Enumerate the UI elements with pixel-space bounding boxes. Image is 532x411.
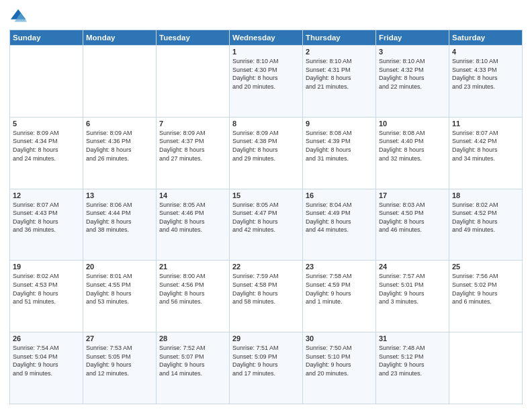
day-number: 23 <box>306 263 373 271</box>
day-number: 13 <box>86 191 153 199</box>
day-number: 5 <box>13 120 80 128</box>
calendar-cell <box>10 46 83 118</box>
day-info: Sunrise: 8:10 AM Sunset: 4:32 PM Dayligh… <box>379 57 446 91</box>
calendar-cell: 3Sunrise: 8:10 AM Sunset: 4:32 PM Daylig… <box>376 46 449 118</box>
day-info: Sunrise: 7:54 AM Sunset: 5:04 PM Dayligh… <box>13 344 80 377</box>
calendar-cell: 4Sunrise: 8:10 AM Sunset: 4:33 PM Daylig… <box>449 46 523 118</box>
day-of-week-wednesday: Wednesday <box>230 30 303 46</box>
calendar-cell: 30Sunrise: 7:50 AM Sunset: 5:10 PM Dayli… <box>303 332 376 404</box>
day-number: 25 <box>452 263 519 271</box>
day-of-week-monday: Monday <box>83 30 157 46</box>
day-number: 21 <box>159 263 226 271</box>
week-row-0: 1Sunrise: 8:10 AM Sunset: 4:30 PM Daylig… <box>10 46 523 118</box>
day-info: Sunrise: 8:09 AM Sunset: 4:37 PM Dayligh… <box>159 129 226 163</box>
day-info: Sunrise: 8:03 AM Sunset: 4:50 PM Dayligh… <box>379 201 446 234</box>
day-number: 8 <box>232 120 300 128</box>
calendar-cell: 22Sunrise: 7:59 AM Sunset: 4:58 PM Dayli… <box>230 261 303 332</box>
day-number: 12 <box>13 191 80 199</box>
calendar-cell: 29Sunrise: 7:51 AM Sunset: 5:09 PM Dayli… <box>230 332 303 404</box>
day-number: 31 <box>379 334 446 342</box>
header <box>9 7 523 26</box>
calendar-cell: 7Sunrise: 8:09 AM Sunset: 4:37 PM Daylig… <box>157 117 230 189</box>
calendar-cell: 31Sunrise: 7:48 AM Sunset: 5:12 PM Dayli… <box>376 332 449 404</box>
calendar-cell <box>157 46 230 118</box>
calendar-cell: 16Sunrise: 8:04 AM Sunset: 4:49 PM Dayli… <box>303 189 376 261</box>
calendar-cell: 11Sunrise: 8:07 AM Sunset: 4:42 PM Dayli… <box>449 117 523 189</box>
day-info: Sunrise: 8:07 AM Sunset: 4:43 PM Dayligh… <box>13 201 80 234</box>
day-number: 27 <box>86 334 153 342</box>
day-info: Sunrise: 8:00 AM Sunset: 4:56 PM Dayligh… <box>159 272 226 306</box>
calendar-cell: 2Sunrise: 8:10 AM Sunset: 4:31 PM Daylig… <box>303 46 376 118</box>
calendar-cell: 26Sunrise: 7:54 AM Sunset: 5:04 PM Dayli… <box>10 332 83 404</box>
day-info: Sunrise: 8:09 AM Sunset: 4:38 PM Dayligh… <box>232 129 300 163</box>
day-number: 15 <box>232 191 300 199</box>
calendar-cell: 21Sunrise: 8:00 AM Sunset: 4:56 PM Dayli… <box>157 261 230 332</box>
day-of-week-thursday: Thursday <box>303 30 376 46</box>
day-number: 26 <box>13 334 80 342</box>
day-number: 30 <box>306 334 373 342</box>
calendar-cell: 19Sunrise: 8:02 AM Sunset: 4:53 PM Dayli… <box>10 261 83 332</box>
day-info: Sunrise: 8:07 AM Sunset: 4:42 PM Dayligh… <box>452 129 519 163</box>
day-info: Sunrise: 7:48 AM Sunset: 5:12 PM Dayligh… <box>379 344 446 377</box>
day-of-week-saturday: Saturday <box>449 30 523 46</box>
calendar-cell: 1Sunrise: 8:10 AM Sunset: 4:30 PM Daylig… <box>230 46 303 118</box>
day-number: 28 <box>159 334 226 342</box>
logo-icon <box>9 7 28 26</box>
day-info: Sunrise: 8:06 AM Sunset: 4:44 PM Dayligh… <box>86 201 153 234</box>
day-info: Sunrise: 7:53 AM Sunset: 5:05 PM Dayligh… <box>86 344 153 377</box>
day-info: Sunrise: 8:09 AM Sunset: 4:36 PM Dayligh… <box>86 129 153 163</box>
calendar-cell <box>83 46 157 118</box>
day-number: 9 <box>306 120 373 128</box>
day-info: Sunrise: 8:04 AM Sunset: 4:49 PM Dayligh… <box>306 201 373 234</box>
day-info: Sunrise: 8:08 AM Sunset: 4:39 PM Dayligh… <box>306 129 373 163</box>
day-info: Sunrise: 8:05 AM Sunset: 4:46 PM Dayligh… <box>159 201 226 234</box>
day-number: 16 <box>306 191 373 199</box>
days-of-week-row: SundayMondayTuesdayWednesdayThursdayFrid… <box>10 30 523 46</box>
calendar-cell: 13Sunrise: 8:06 AM Sunset: 4:44 PM Dayli… <box>83 189 157 261</box>
calendar-cell: 12Sunrise: 8:07 AM Sunset: 4:43 PM Dayli… <box>10 189 83 261</box>
day-info: Sunrise: 8:10 AM Sunset: 4:30 PM Dayligh… <box>232 57 300 91</box>
calendar-cell: 28Sunrise: 7:52 AM Sunset: 5:07 PM Dayli… <box>157 332 230 404</box>
calendar-cell: 17Sunrise: 8:03 AM Sunset: 4:50 PM Dayli… <box>376 189 449 261</box>
day-number: 17 <box>379 191 446 199</box>
calendar-cell: 27Sunrise: 7:53 AM Sunset: 5:05 PM Dayli… <box>83 332 157 404</box>
day-number: 4 <box>452 48 519 56</box>
day-number: 3 <box>379 48 446 56</box>
day-info: Sunrise: 7:50 AM Sunset: 5:10 PM Dayligh… <box>306 344 373 377</box>
day-info: Sunrise: 8:01 AM Sunset: 4:55 PM Dayligh… <box>86 272 153 306</box>
calendar-cell: 18Sunrise: 8:02 AM Sunset: 4:52 PM Dayli… <box>449 189 523 261</box>
calendar-cell: 15Sunrise: 8:05 AM Sunset: 4:47 PM Dayli… <box>230 189 303 261</box>
day-number: 29 <box>232 334 300 342</box>
day-number: 14 <box>159 191 226 199</box>
calendar-table: SundayMondayTuesdayWednesdayThursdayFrid… <box>9 30 523 404</box>
calendar-cell: 8Sunrise: 8:09 AM Sunset: 4:38 PM Daylig… <box>230 117 303 189</box>
day-number: 11 <box>452 120 519 128</box>
day-info: Sunrise: 7:51 AM Sunset: 5:09 PM Dayligh… <box>232 344 300 377</box>
week-row-2: 12Sunrise: 8:07 AM Sunset: 4:43 PM Dayli… <box>10 189 523 261</box>
day-of-week-sunday: Sunday <box>10 30 83 46</box>
day-number: 24 <box>379 263 446 271</box>
day-number: 7 <box>159 120 226 128</box>
day-info: Sunrise: 8:10 AM Sunset: 4:31 PM Dayligh… <box>306 57 373 91</box>
page: SundayMondayTuesdayWednesdayThursdayFrid… <box>0 0 532 411</box>
day-info: Sunrise: 8:10 AM Sunset: 4:33 PM Dayligh… <box>452 57 519 91</box>
calendar-body: 1Sunrise: 8:10 AM Sunset: 4:30 PM Daylig… <box>10 46 523 404</box>
day-info: Sunrise: 8:05 AM Sunset: 4:47 PM Dayligh… <box>232 201 300 234</box>
day-number: 22 <box>232 263 300 271</box>
calendar-cell <box>449 332 523 404</box>
day-number: 6 <box>86 120 153 128</box>
day-of-week-tuesday: Tuesday <box>157 30 230 46</box>
week-row-4: 26Sunrise: 7:54 AM Sunset: 5:04 PM Dayli… <box>10 332 523 404</box>
day-number: 1 <box>232 48 300 56</box>
day-number: 18 <box>452 191 519 199</box>
day-number: 19 <box>13 263 80 271</box>
calendar-cell: 6Sunrise: 8:09 AM Sunset: 4:36 PM Daylig… <box>83 117 157 189</box>
calendar-cell: 14Sunrise: 8:05 AM Sunset: 4:46 PM Dayli… <box>157 189 230 261</box>
week-row-3: 19Sunrise: 8:02 AM Sunset: 4:53 PM Dayli… <box>10 261 523 332</box>
day-info: Sunrise: 7:59 AM Sunset: 4:58 PM Dayligh… <box>232 272 300 306</box>
calendar-cell: 5Sunrise: 8:09 AM Sunset: 4:34 PM Daylig… <box>10 117 83 189</box>
logo <box>9 7 31 26</box>
day-info: Sunrise: 8:08 AM Sunset: 4:40 PM Dayligh… <box>379 129 446 163</box>
day-info: Sunrise: 8:09 AM Sunset: 4:34 PM Dayligh… <box>13 129 80 163</box>
day-info: Sunrise: 7:56 AM Sunset: 5:02 PM Dayligh… <box>452 272 519 306</box>
